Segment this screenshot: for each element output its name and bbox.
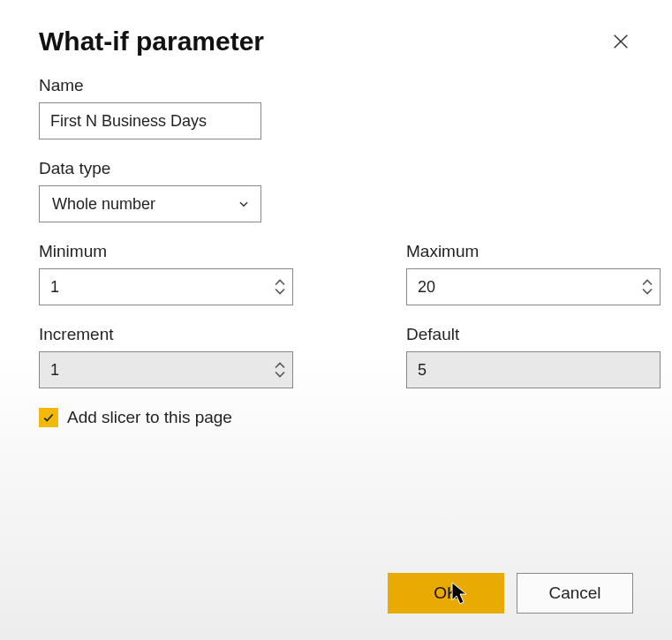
minimum-stepper[interactable] (275, 279, 285, 295)
cancel-button-label: Cancel (548, 584, 600, 603)
name-label: Name (39, 76, 633, 95)
caret-up-icon (275, 279, 285, 287)
minimum-label: Minimum (39, 242, 293, 261)
default-value: 5 (418, 361, 427, 380)
close-icon (611, 32, 630, 51)
maximum-input[interactable] (418, 278, 642, 297)
caret-up-icon (642, 279, 653, 287)
default-input[interactable]: 5 (406, 351, 661, 388)
increment-label: Increment (39, 325, 293, 344)
caret-down-icon (275, 370, 285, 378)
dialog-title: What-if parameter (39, 26, 264, 56)
add-slicer-label: Add slicer to this page (67, 408, 232, 427)
minimum-input-wrap[interactable] (39, 268, 293, 305)
ok-button-label: OK (434, 584, 457, 603)
check-icon (42, 411, 55, 424)
increment-input-wrap[interactable] (39, 351, 293, 388)
data-type-value: Whole number (52, 195, 155, 214)
caret-up-icon (275, 362, 285, 370)
maximum-label: Maximum (406, 242, 661, 261)
cancel-button[interactable]: Cancel (517, 573, 633, 614)
chevron-down-icon (238, 198, 250, 210)
ok-button[interactable]: OK (388, 573, 504, 614)
data-type-label: Data type (39, 159, 633, 178)
name-input[interactable] (39, 102, 261, 139)
caret-down-icon (275, 287, 285, 295)
close-button[interactable] (608, 29, 633, 54)
increment-stepper[interactable] (275, 362, 285, 378)
data-type-select[interactable]: Whole number (39, 185, 261, 222)
minimum-input[interactable] (50, 278, 275, 297)
maximum-stepper[interactable] (642, 279, 653, 295)
maximum-input-wrap[interactable] (406, 268, 661, 305)
add-slicer-checkbox[interactable] (39, 408, 58, 427)
default-label: Default (406, 325, 661, 344)
increment-input[interactable] (50, 361, 275, 380)
caret-down-icon (642, 287, 653, 295)
